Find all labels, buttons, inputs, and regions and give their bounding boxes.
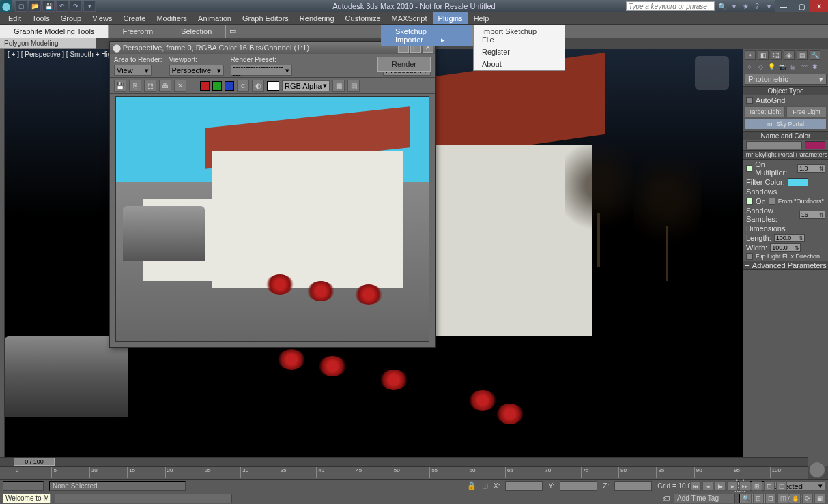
from-outdoors-checkbox[interactable] — [769, 198, 775, 205]
prev-frame-icon[interactable]: ◂ — [702, 481, 713, 491]
maximize-button[interactable]: ▢ — [793, 0, 810, 12]
clone-icon[interactable]: ⿻ — [144, 80, 156, 92]
menu-create[interactable]: Create — [117, 12, 151, 24]
fov-icon[interactable]: ◫ — [777, 494, 788, 503]
viewport-label[interactable]: [ + ] [ Perspective ] [ Smooth + Highlig — [8, 50, 122, 58]
copy-image-icon[interactable]: ⎘ — [129, 80, 141, 92]
nav-icon-2[interactable]: ⊡ — [764, 481, 775, 491]
name-input[interactable] — [746, 141, 802, 149]
key-icon[interactable]: ▾ — [729, 1, 739, 11]
subtab-lights-icon[interactable]: 💡 — [767, 63, 776, 71]
tag-icon[interactable]: 🏷 — [662, 494, 670, 503]
toggle-ui-icon[interactable]: ▤ — [347, 80, 360, 92]
time-slider[interactable]: 0 / 100 — [0, 458, 808, 467]
rgb-swatch[interactable] — [267, 81, 279, 91]
pan-icon[interactable]: ✋ — [790, 494, 801, 503]
z-input[interactable] — [614, 481, 652, 491]
mono-channel-icon[interactable]: ◐ — [252, 80, 264, 92]
shadows-on-checkbox[interactable] — [746, 198, 753, 205]
qat-new-icon[interactable]: ▢ — [15, 1, 27, 12]
print-icon[interactable]: 🖶 — [159, 80, 171, 92]
tab-create-icon[interactable]: ✦ — [745, 50, 756, 60]
section-advanced[interactable]: +Advanced Parameters — [743, 261, 828, 270]
preset-dropdown[interactable]: -----------------------▾ — [231, 65, 292, 76]
btn-sky-portal[interactable]: mr Sky Portal — [745, 119, 827, 130]
help-dropdown-icon[interactable]: ▾ — [764, 1, 773, 11]
zoom-extents-icon[interactable]: ⊡ — [765, 494, 776, 503]
tab-utilities-icon[interactable]: 🔧 — [810, 50, 820, 60]
zoom-all-icon[interactable]: ⊞ — [753, 494, 764, 503]
subtab-geometry-icon[interactable]: ○ — [745, 63, 754, 71]
samples-spinner[interactable]: 16 — [799, 211, 825, 219]
y-input[interactable] — [560, 481, 597, 491]
area-dropdown[interactable]: View▾ — [114, 65, 152, 76]
color-swatch[interactable] — [805, 141, 825, 149]
goto-start-icon[interactable]: ⏮ — [690, 481, 701, 491]
subtab-shapes-icon[interactable]: ◇ — [756, 63, 765, 71]
tab-hierarchy-icon[interactable]: ⿻ — [771, 50, 782, 60]
multiplier-spinner[interactable]: 1.0 — [797, 164, 825, 173]
menu-edit[interactable]: Edit — [3, 12, 27, 24]
menu-animation[interactable]: Animation — [192, 12, 237, 24]
qat-undo-icon[interactable]: ↶ — [56, 1, 68, 12]
toggle-overlay-icon[interactable]: ▦ — [332, 80, 345, 92]
alpha-channel-icon[interactable]: α — [237, 80, 249, 92]
menu-customize[interactable]: Customize — [340, 12, 386, 24]
help-icon[interactable]: ? — [752, 1, 762, 11]
menu-sketchup-importer[interactable]: Sketchup Importer ▸ — [382, 25, 472, 46]
search-input[interactable] — [626, 1, 715, 11]
length-spinner[interactable]: 100.0 — [774, 234, 805, 242]
zoom-icon[interactable]: 🔍 — [741, 494, 752, 503]
menu-import-sketchup[interactable]: Import Sketchup File — [474, 25, 565, 46]
close-button[interactable]: ✕ — [810, 0, 828, 12]
tab-graphite[interactable]: Graphite Modeling Tools — [0, 25, 109, 38]
subtab-cameras-icon[interactable]: 📷 — [777, 63, 787, 71]
clear-icon[interactable]: ✕ — [174, 80, 186, 92]
ribbon-overflow-icon[interactable]: ▭ — [226, 25, 240, 38]
category-dropdown[interactable]: Photometric▾ — [745, 74, 827, 85]
menu-rendering[interactable]: Rendering — [294, 12, 340, 24]
minilistener[interactable] — [3, 481, 44, 491]
filter-color-swatch[interactable] — [788, 178, 808, 186]
star-icon[interactable]: ★ — [741, 1, 750, 11]
on-multiplier-checkbox[interactable] — [746, 165, 752, 172]
orbit-icon[interactable]: ⟳ — [802, 494, 813, 503]
menu-register[interactable]: Register — [474, 46, 565, 58]
time-ruler[interactable]: 0 5 10 15 20 25 30 35 40 45 50 55 60 65 … — [0, 467, 808, 478]
btn-free-light[interactable]: Free Light — [786, 106, 827, 117]
sub-ribbon-polygon[interactable]: Polygon Modeling — [0, 38, 96, 49]
menu-help[interactable]: Help — [468, 12, 495, 24]
subtab-helpers-icon[interactable]: ⊞ — [788, 63, 798, 71]
welcome-prompt[interactable]: Welcome to M — [3, 494, 51, 503]
script-listener[interactable] — [55, 494, 232, 503]
red-channel[interactable] — [200, 81, 210, 91]
section-name-color[interactable]: Name and Color — [743, 131, 828, 140]
subtab-spacewarps-icon[interactable]: 〰 — [799, 63, 809, 71]
coord-sys-icon[interactable]: ⊞ — [482, 481, 488, 490]
minimize-button[interactable]: — — [775, 0, 793, 12]
viewport-dropdown[interactable]: Perspective▾ — [169, 65, 224, 76]
menu-maxscript[interactable]: MAXScript — [386, 12, 433, 24]
save-image-icon[interactable]: 💾 — [114, 80, 126, 92]
nav-icon-1[interactable]: ⊞ — [752, 481, 762, 491]
tab-selection[interactable]: Selection — [167, 25, 226, 38]
tab-modify-icon[interactable]: ◧ — [758, 50, 769, 60]
viewcube[interactable] — [695, 56, 729, 90]
subtab-systems-icon[interactable]: ✱ — [810, 63, 820, 71]
binoculars-icon[interactable]: 🔍 — [717, 1, 727, 11]
menu-views[interactable]: Views — [87, 12, 117, 24]
play-icon[interactable]: ▶ — [715, 481, 726, 491]
app-icon[interactable]: ⬤ — [0, 0, 12, 12]
tab-display-icon[interactable]: ▤ — [797, 50, 808, 60]
flip-checkbox[interactable] — [746, 253, 753, 260]
time-handle[interactable]: 0 / 100 — [14, 458, 55, 466]
nav-icon-3[interactable]: ◫ — [776, 481, 787, 491]
menu-tools[interactable]: Tools — [27, 12, 55, 24]
channel-dropdown[interactable]: RGB Alpha▾ — [282, 80, 330, 91]
trackbar-scrub-icon[interactable] — [809, 462, 825, 478]
maximize-viewport-icon[interactable]: ▣ — [814, 494, 825, 503]
blue-channel[interactable] — [225, 81, 234, 91]
x-input[interactable] — [505, 481, 543, 491]
goto-end-icon[interactable]: ⏭ — [739, 481, 750, 491]
green-channel[interactable] — [212, 81, 222, 91]
